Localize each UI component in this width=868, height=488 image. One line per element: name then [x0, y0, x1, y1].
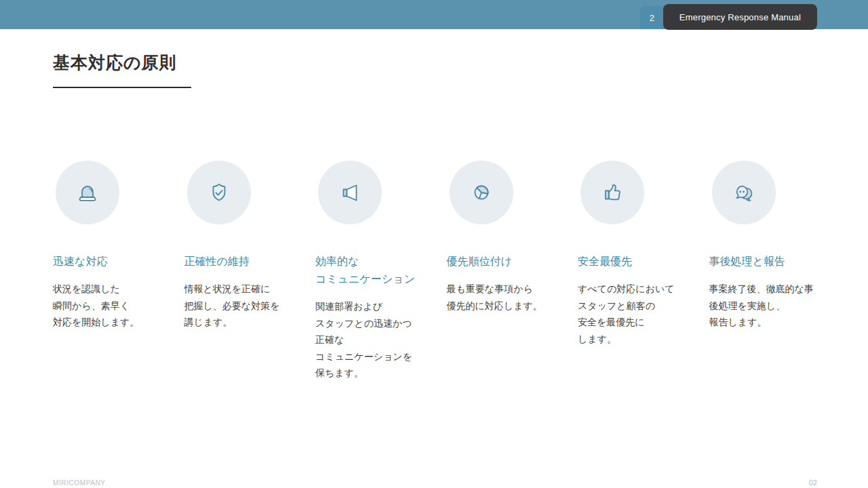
page-title: 基本対応の原則 — [53, 52, 191, 74]
document-title-tab[interactable]: Emergency Response Manual — [663, 4, 817, 30]
principle-heading: 正確性の維持 — [184, 253, 250, 270]
top-bar: 2 Emergency Response Manual — [0, 0, 868, 29]
chat-bubbles-icon — [712, 161, 776, 224]
principle-followup-report: 事後処理と報告 事案終了後、徹底的な事 後処理を実施し、 報告します。 — [709, 161, 818, 382]
siren-icon — [56, 161, 119, 224]
principle-heading: 迅速な対応 — [53, 253, 107, 270]
page-number: 02 — [809, 479, 817, 487]
principles-grid: 迅速な対応 状況を認識した 瞬間から、素早く 対応を開始します。 正確性の維持 … — [53, 161, 817, 382]
principle-communication: 効率的な コミュニケーション 関連部署および スタッフとの迅速かつ 正確な コミ… — [315, 161, 424, 382]
slide-content: 基本対応の原則 迅速な対応 状況を認識した 瞬間から、素早く 対応を開始します。 — [0, 29, 868, 488]
principle-body: 事案終了後、徹底的な事 後処理を実施し、 報告します。 — [709, 281, 814, 331]
principle-body: 関連部署および スタッフとの迅速かつ 正確な コミュニケーションを 保ちます。 — [315, 298, 412, 382]
tab-group: 2 Emergency Response Manual — [640, 4, 817, 30]
principle-body: 状況を認識した 瞬間から、素早く 対応を開始します。 — [53, 281, 139, 331]
principle-heading: 優先順位付け — [447, 253, 512, 270]
principle-heading: 効率的な コミュニケーション — [315, 253, 415, 288]
megaphone-icon — [318, 161, 382, 224]
principle-body: 情報と状況を正確に 把握し、必要な対策を 講じます。 — [184, 281, 280, 331]
pie-chart-icon — [450, 161, 513, 224]
title-underline — [53, 87, 191, 88]
thumbs-up-icon — [580, 161, 644, 224]
shield-check-icon — [187, 161, 251, 224]
principle-rapid-response: 迅速な対応 状況を認識した 瞬間から、素早く 対応を開始します。 — [53, 161, 161, 382]
principle-accuracy: 正確性の維持 情報と状況を正確に 把握し、必要な対策を 講じます。 — [184, 161, 293, 382]
principle-body: 最も重要な事項から 優先的に対応します。 — [447, 281, 542, 314]
principle-safety-first: 安全最優先 すべての対応において スタッフと顧客の 安全を最優先に します。 — [578, 161, 686, 382]
footer: MIRICOMPANY 02 — [53, 479, 817, 487]
principle-heading: 安全最優先 — [578, 253, 632, 270]
title-block: 基本対応の原則 — [53, 52, 191, 88]
principle-body: すべての対応において スタッフと顧客の 安全を最優先に します。 — [578, 281, 675, 347]
company-name: MIRICOMPANY — [53, 479, 106, 487]
principle-heading: 事後処理と報告 — [709, 253, 785, 270]
principle-prioritization: 優先順位付け 最も重要な事項から 優先的に対応します。 — [447, 161, 555, 382]
